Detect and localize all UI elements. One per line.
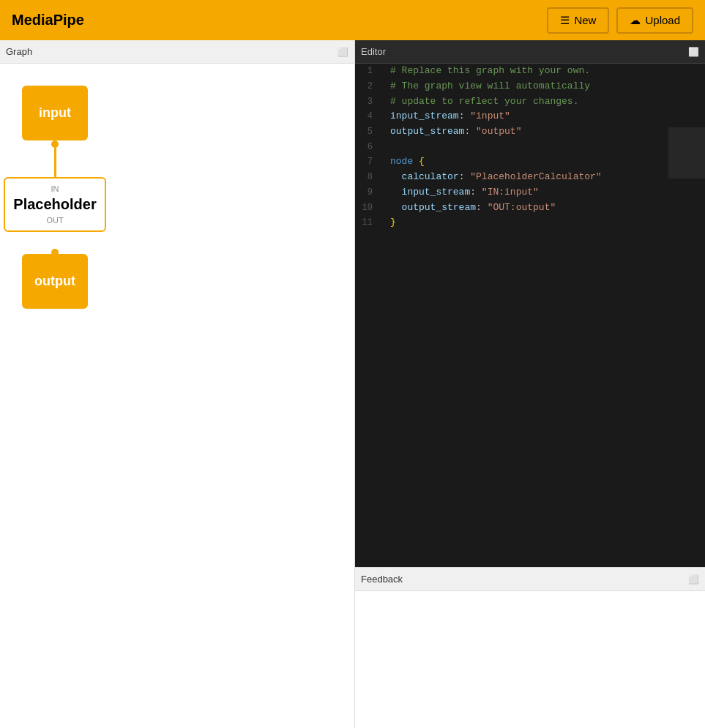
new-button[interactable]: ☰ New — [547, 7, 609, 34]
feedback-expand-icon[interactable]: ⬜ — [688, 574, 699, 585]
line-content: output_stream: "OUT:output" — [384, 200, 705, 216]
line-content: } — [384, 215, 705, 230]
placeholder-in-label: IN — [12, 184, 97, 193]
line-content: # update to reflect your changes. — [384, 94, 705, 110]
graph-expand-icon[interactable]: ⬜ — [337, 47, 348, 57]
line-number: 6 — [355, 140, 384, 154]
app-logo: MediaPipe — [12, 12, 84, 29]
editor-tab-bar: Editor ⬜ — [355, 40, 705, 64]
main-layout: Graph ⬜ input IN Placeholder OUT output — [0, 40, 705, 728]
line-number: 1 — [355, 64, 384, 78]
feedback-tab-bar: Feedback ⬜ — [355, 568, 705, 591]
editor-wrapper: 1# Replace this graph with your own.2# T… — [355, 64, 705, 567]
code-line: 9 input_stream: "IN:input" — [355, 185, 705, 200]
code-line: 4input_stream: "input" — [355, 109, 705, 124]
graph-panel: Graph ⬜ input IN Placeholder OUT output — [0, 40, 355, 728]
graph-tab-label: Graph — [6, 46, 32, 57]
line-content: output_stream: "output" — [384, 124, 705, 140]
code-line: 8 calculator: "PlaceholderCalculator" — [355, 170, 705, 185]
placeholder-out-label: OUT — [12, 216, 97, 225]
output-node[interactable]: output — [22, 254, 88, 309]
code-line: 10 output_stream: "OUT:output" — [355, 200, 705, 216]
line-number: 10 — [355, 200, 384, 215]
line-number: 7 — [355, 154, 384, 169]
editor-section: Editor ⬜ 1# Replace this graph with your… — [355, 40, 705, 567]
code-line: 3# update to reflect your changes. — [355, 94, 705, 110]
editor-expand-icon[interactable]: ⬜ — [688, 47, 699, 57]
editor-code-area[interactable]: 1# Replace this graph with your own.2# T… — [355, 64, 705, 567]
code-line: 11} — [355, 215, 705, 230]
code-line: 1# Replace this graph with your own. — [355, 64, 705, 79]
line-content: input_stream: "IN:input" — [384, 185, 705, 200]
line-content: calculator: "PlaceholderCalculator" — [384, 170, 705, 185]
menu-icon: ☰ — [560, 14, 570, 27]
editor-minimap — [668, 127, 705, 179]
line-content: node { — [384, 154, 705, 170]
line-content: # The graph view will automatically — [384, 79, 705, 94]
header-actions: ☰ New ☁ Upload — [547, 7, 693, 34]
line-content: input_stream: "input" — [384, 109, 705, 124]
right-panel: Editor ⬜ 1# Replace this graph with your… — [355, 40, 705, 728]
connector-line-1 — [54, 144, 56, 179]
header: MediaPipe ☰ New ☁ Upload — [0, 0, 705, 40]
line-number: 3 — [355, 94, 384, 109]
placeholder-node[interactable]: IN Placeholder OUT — [4, 177, 106, 232]
line-number: 5 — [355, 124, 384, 139]
placeholder-main-label: Placeholder — [12, 196, 97, 213]
code-line: 5output_stream: "output" — [355, 124, 705, 140]
line-number: 11 — [355, 215, 384, 230]
line-number: 9 — [355, 185, 384, 200]
editor-tab-label: Editor — [361, 46, 386, 57]
line-number: 2 — [355, 79, 384, 94]
line-number: 8 — [355, 170, 384, 184]
code-line: 2# The graph view will automatically — [355, 79, 705, 94]
upload-button[interactable]: ☁ Upload — [616, 7, 693, 34]
graph-tab-bar: Graph ⬜ — [0, 40, 354, 64]
code-line: 7node { — [355, 154, 705, 170]
feedback-tab-label: Feedback — [361, 574, 403, 585]
feedback-content — [355, 591, 705, 728]
line-number: 4 — [355, 109, 384, 124]
code-line: 6 — [355, 140, 705, 154]
upload-icon: ☁ — [630, 14, 641, 27]
line-content: # Replace this graph with your own. — [384, 64, 705, 79]
graph-canvas: input IN Placeholder OUT output — [0, 64, 354, 728]
feedback-section: Feedback ⬜ — [355, 567, 705, 728]
input-node[interactable]: input — [22, 86, 88, 140]
